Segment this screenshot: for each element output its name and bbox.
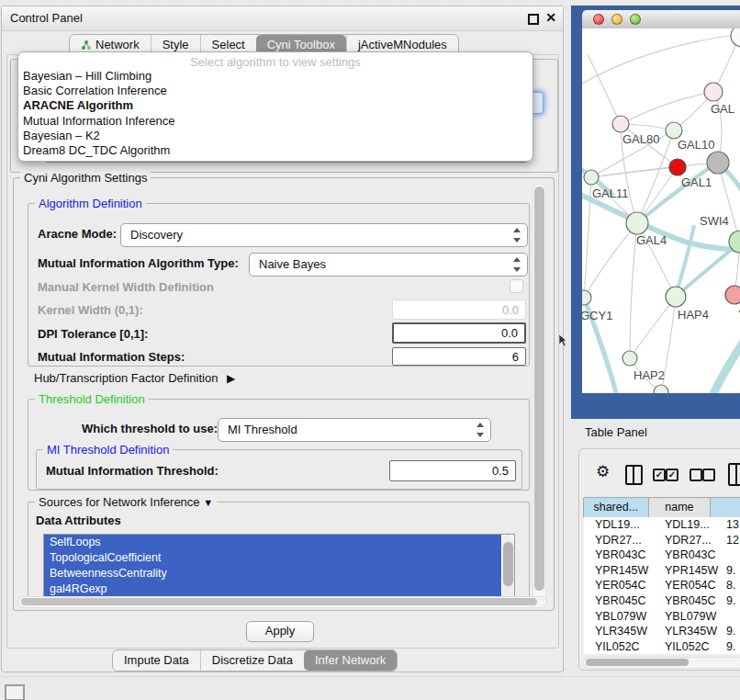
table-row[interactable]: YLR345WYLR345W9. — [584, 624, 740, 639]
data-attributes-list[interactable]: SelfLoops TopologicalCoefficient Between… — [43, 534, 515, 604]
mouse-cursor — [558, 334, 567, 347]
list-item[interactable]: SelfLoops — [44, 535, 501, 550]
manual-kernel-checkbox[interactable] — [510, 279, 523, 293]
algorithm-option[interactable]: Basic Correlation Inference — [18, 84, 533, 98]
mac-close-icon[interactable] — [593, 14, 604, 25]
aracne-mode-combo[interactable]: Discovery — [120, 223, 528, 247]
dpi-tolerance-label: DPI Tolerance [0,1]: — [38, 327, 148, 341]
table-row[interactable]: YBL079WYBL079W — [584, 609, 740, 625]
table-panel-title: Table Panel — [585, 425, 647, 439]
table-body: YDL19...YDL19...13 YDR27...YDR27...12 YB… — [584, 517, 740, 654]
column-header-partial[interactable] — [710, 498, 740, 517]
tab-discretize-data[interactable]: Discretize Data — [200, 650, 304, 671]
mi-steps-input[interactable] — [392, 347, 526, 366]
node-label: HAP2 — [633, 368, 665, 382]
unchecked-checkbox-icon[interactable] — [690, 469, 702, 481]
unchecked-checkbox-icon[interactable] — [702, 469, 715, 481]
which-threshold-combo[interactable]: MI Threshold — [218, 418, 491, 442]
table-horizontal-scrollbar[interactable] — [583, 657, 740, 669]
columns-icon[interactable] — [625, 465, 643, 485]
table-row[interactable]: YER054CYER054C8. — [584, 578, 740, 593]
scrollbar-thumb[interactable] — [586, 659, 689, 666]
checked-checkbox-icon[interactable]: ✓ — [653, 469, 666, 481]
node-label: HAP4 — [678, 308, 709, 322]
threshold-definition-box: Threshold Definition Which threshold to … — [28, 399, 530, 491]
kernel-width-input[interactable] — [392, 299, 526, 320]
collapse-down-icon[interactable]: ▼ — [203, 497, 213, 508]
node-gal80[interactable] — [612, 116, 629, 132]
restore-panel-icon[interactable] — [5, 684, 25, 700]
table-row[interactable]: YPR145WYPR145W9. — [584, 563, 740, 579]
node-hap4[interactable] — [666, 287, 686, 307]
node-hap2[interactable] — [622, 351, 637, 366]
network-window-titlebar — [582, 10, 740, 29]
mi-type-label: Mutual Information Algorithm Type: — [38, 256, 239, 270]
gear-icon[interactable]: ⚙ — [596, 462, 610, 481]
network-nodes[interactable] — [582, 28, 740, 393]
dpi-tolerance-input[interactable] — [392, 322, 526, 344]
table-row[interactable]: YDL19...YDL19...13 — [584, 517, 740, 533]
algorithm-option[interactable]: Bayesian – K2 — [18, 129, 533, 143]
combo-stepper-icon[interactable] — [475, 419, 486, 441]
list-item[interactable]: TopologicalCoefficient — [44, 550, 501, 566]
node-partial-top[interactable] — [731, 28, 740, 47]
algorithm-option-highlighted[interactable]: ARACNE Algorithm — [18, 98, 533, 113]
mac-zoom-icon[interactable] — [630, 14, 641, 25]
table-row[interactable]: YBR045CYBR045C9. — [584, 593, 740, 609]
settings-vertical-scrollbar[interactable] — [533, 184, 546, 601]
scrollbar-thumb[interactable] — [534, 186, 544, 591]
table-panel-window: ⚙ ✓ ✓ shared... name YDL19...YDL19...13 … — [578, 448, 740, 671]
manual-kernel-label: Manual Kernel Width Definition — [38, 280, 214, 294]
node-partial-bottom[interactable] — [654, 385, 668, 393]
hub-definition-toggle[interactable]: Hub/Transcription Factor Definition ▶ — [34, 371, 235, 385]
table-header: shared... name — [584, 497, 740, 518]
which-threshold-label: Which threshold to use: — [82, 422, 218, 435]
tab-infer-network[interactable]: Infer Network — [304, 650, 397, 671]
combo-stepper-icon[interactable] — [511, 224, 522, 246]
settings-horizontal-scrollbar[interactable] — [17, 596, 547, 608]
aracne-mode-label: Aracne Mode: — [38, 227, 117, 241]
node-gal10[interactable] — [666, 122, 682, 139]
column-header-shared[interactable]: shared... — [583, 498, 649, 517]
mi-threshold-box: MI Threshold Definition Mutual Informati… — [36, 449, 522, 490]
mi-type-combo[interactable]: Naive Bayes — [249, 253, 528, 277]
column-header-name[interactable]: name — [648, 498, 712, 517]
panel-icon-partial[interactable] — [728, 463, 740, 486]
list-item[interactable]: BetweennessCentrality — [44, 566, 501, 581]
cyni-algorithm-settings-box: Cyni Algorithm Settings Algorithm Defini… — [13, 177, 555, 611]
table-row[interactable]: YIL052CYIL052C9. — [584, 639, 740, 654]
mi-threshold-input[interactable] — [389, 460, 516, 481]
node-gal1[interactable] — [669, 159, 686, 175]
list-item[interactable]: gal4RGexp — [44, 581, 501, 597]
network-canvas[interactable]: GAL GAL80 GAL10 GAL1 GAL11 GAL4 SWI4 GCY… — [582, 28, 740, 393]
algorithm-option[interactable]: Bayesian – Hill Climbing — [18, 69, 533, 84]
close-icon[interactable]: ✕ — [545, 10, 556, 25]
combo-stepper-icon[interactable] — [511, 254, 522, 276]
node-label: SWI4 — [700, 214, 729, 228]
mac-minimize-icon[interactable] — [611, 14, 622, 25]
scrollbar-thumb[interactable] — [21, 598, 537, 605]
expand-right-icon[interactable]: ▶ — [227, 372, 235, 385]
checked-checkbox-icon[interactable]: ✓ — [666, 469, 678, 481]
table-row[interactable]: YBR043CYBR043C — [584, 548, 740, 563]
node-gal4[interactable] — [626, 212, 648, 234]
node-gray[interactable] — [707, 152, 729, 174]
node-label: GAL4 — [636, 233, 667, 247]
table-row[interactable]: YDR27...YDR27...12 — [584, 533, 740, 548]
bottom-tabs: Impute Data Discretize Data Infer Networ… — [112, 649, 398, 672]
node-label: GAL10 — [678, 138, 714, 152]
float-window-icon[interactable] — [528, 14, 539, 25]
node-gal-partial[interactable] — [704, 83, 723, 101]
node-salmon[interactable] — [725, 286, 740, 304]
apply-button[interactable]: Apply — [246, 621, 314, 642]
list-scrollbar[interactable] — [502, 535, 514, 601]
scrollbar-thumb[interactable] — [503, 542, 513, 586]
node-gal11[interactable] — [584, 170, 599, 185]
algorithm-option[interactable]: Dream8 DC_TDC Algorithm — [18, 143, 533, 158]
tab-impute-data[interactable]: Impute Data — [113, 650, 200, 671]
algorithm-definition-box: Algorithm Definition Aracne Mode: Discov… — [28, 203, 530, 367]
algorithm-option[interactable]: Mutual Information Inference — [18, 114, 533, 129]
network-graph: GAL GAL80 GAL10 GAL1 GAL11 GAL4 SWI4 GCY… — [582, 28, 740, 393]
node-gcy1[interactable] — [582, 290, 591, 305]
status-divider — [0, 676, 740, 677]
